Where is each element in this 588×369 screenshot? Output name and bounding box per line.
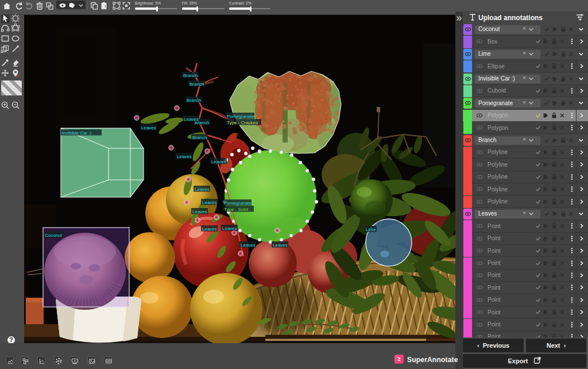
svg-text:Leaves: Leaves [177,154,192,159]
svg-text:Invisible Car :): Invisible Car :) [62,130,91,136]
svg-text:Branch: Branch [189,82,204,87]
svg-text:Branch: Branch [183,73,198,78]
svg-text:Pomegranate: Pomegranate [224,201,252,206]
svg-text:Type - Cracked: Type - Cracked [227,120,258,125]
svg-text:Leaves: Leaves [241,243,256,248]
svg-text:Branch: Branch [192,135,207,140]
svg-text:Leaves: Leaves [184,117,199,122]
svg-text:Pomegranate: Pomegranate [227,114,255,119]
svg-text:Leaves: Leaves [141,125,156,130]
svg-text:Lime: Lime [366,227,376,232]
svg-text:Branch: Branch [187,98,201,103]
svg-text:Leaves: Leaves [273,243,288,248]
svg-text:Leaves: Leaves [192,209,207,214]
svg-text:Leaves: Leaves [195,187,210,192]
svg-text:Leaves: Leaves [202,200,217,205]
svg-text:Leaves: Leaves [222,226,237,231]
svg-text:Coconut: Coconut [45,233,63,238]
svg-text:Type - Solid: Type - Solid [224,207,248,212]
svg-text:Leaves: Leaves [211,159,226,164]
svg-text:Leaves: Leaves [202,226,217,232]
